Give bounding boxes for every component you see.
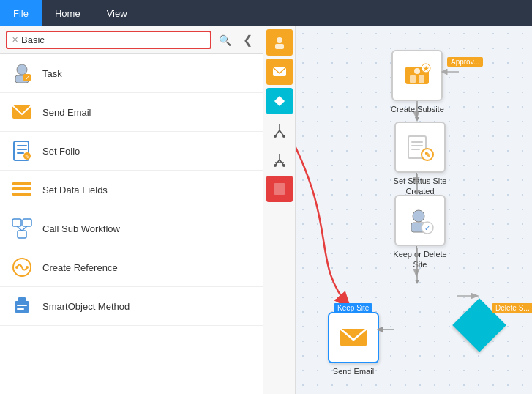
sidebar-item-set-folio[interactable]: ✎ Set Folio xyxy=(0,132,263,171)
svg-rect-22 xyxy=(15,301,29,313)
left-panel: ✕ Basic 🔍 ❮ ✓ Task xyxy=(0,26,263,394)
node-keep-delete[interactable]: ✓ Keep or Delete Site xyxy=(391,195,449,270)
menubar: File Home View xyxy=(0,0,532,26)
svg-rect-51 xyxy=(410,75,416,83)
svg-point-0 xyxy=(17,64,27,75)
svg-rect-14 xyxy=(12,219,21,226)
menu-tab-home[interactable]: Home xyxy=(42,0,94,26)
mini-task-button[interactable] xyxy=(266,29,293,56)
smartobject-method-icon xyxy=(10,294,34,318)
activity-list: ✓ Task Send Email xyxy=(0,54,263,394)
svg-rect-41 xyxy=(274,183,285,195)
node-box-set-status: ✎ xyxy=(394,122,446,173)
svg-point-50 xyxy=(414,68,420,74)
svg-text:✓: ✓ xyxy=(25,75,30,81)
search-bar: ✕ Basic 🔍 ❮ xyxy=(0,26,263,54)
badge-approve: Approv... xyxy=(447,57,483,67)
node-box-send-email xyxy=(328,312,379,363)
node-box-keep-delete: ✓ xyxy=(394,195,446,246)
mini-sub-workflow-button[interactable] xyxy=(266,146,293,173)
breadcrumb-area: ✕ Basic xyxy=(6,31,211,49)
svg-point-34 xyxy=(282,135,285,138)
svg-rect-25 xyxy=(17,308,24,310)
svg-text:✓: ✓ xyxy=(424,224,430,232)
svg-text:✎: ✎ xyxy=(25,154,30,160)
svg-rect-13 xyxy=(12,193,31,196)
set-folio-label: Set Folio xyxy=(42,146,80,157)
send-email-label: Send Email xyxy=(42,107,91,118)
task-label: Task xyxy=(42,68,62,79)
svg-rect-11 xyxy=(12,182,31,185)
create-reference-icon xyxy=(10,256,34,279)
set-folio-icon: ✎ xyxy=(10,139,34,163)
node-create-subsite[interactable]: ★ Create Subsite xyxy=(391,50,444,114)
svg-rect-23 xyxy=(18,297,26,302)
menu-tab-file[interactable]: File xyxy=(0,0,42,26)
svg-rect-59 xyxy=(411,141,423,143)
svg-text:✎: ✎ xyxy=(424,151,430,159)
svg-point-66 xyxy=(413,210,424,222)
node-set-status[interactable]: ✎ Set Status Site Created xyxy=(391,122,449,197)
svg-point-39 xyxy=(274,164,277,167)
svg-rect-7 xyxy=(17,149,27,150)
svg-rect-61 xyxy=(411,149,420,150)
svg-rect-12 xyxy=(12,187,31,190)
task-icon: ✓ xyxy=(10,62,34,85)
set-data-fields-label: Set Data Fields xyxy=(42,185,108,196)
svg-line-17 xyxy=(17,226,22,231)
svg-point-33 xyxy=(274,135,277,138)
smartobject-method-label: SmartObject Method xyxy=(42,301,130,312)
node-send-email[interactable]: Send Email xyxy=(328,312,379,376)
mini-toolbar xyxy=(263,26,296,394)
mini-email-button[interactable] xyxy=(266,59,293,85)
svg-line-18 xyxy=(22,226,27,231)
svg-point-26 xyxy=(277,37,282,43)
svg-rect-60 xyxy=(411,145,423,146)
sidebar-item-send-email[interactable]: Send Email xyxy=(0,93,263,132)
mini-stop-button[interactable] xyxy=(266,176,293,202)
svg-rect-52 xyxy=(419,75,424,83)
svg-rect-16 xyxy=(18,231,26,238)
call-sub-workflow-label: Call Sub Workflow xyxy=(42,223,120,234)
breadcrumb-arrow: ✕ xyxy=(12,35,18,45)
node-box-create-subsite: ★ xyxy=(391,50,443,101)
sidebar-item-set-data-fields[interactable]: Set Data Fields xyxy=(0,171,263,209)
node-label-set-status: Set Status Site Created xyxy=(391,176,449,197)
svg-point-21 xyxy=(26,266,29,269)
main-layout: ✕ Basic 🔍 ❮ ✓ Task xyxy=(0,26,532,394)
sidebar-item-smartobject-method[interactable]: SmartObject Method xyxy=(0,287,263,326)
sidebar-item-call-sub-workflow[interactable]: Call Sub Workflow xyxy=(0,209,263,248)
search-button[interactable]: 🔍 xyxy=(214,33,236,48)
send-email-icon xyxy=(10,100,34,124)
menu-tab-view[interactable]: View xyxy=(94,0,141,26)
svg-marker-71 xyxy=(415,280,419,284)
node-label-keep-delete: Keep or Delete Site xyxy=(391,249,449,270)
node-label-create-subsite: Create Subsite xyxy=(391,104,444,114)
svg-rect-8 xyxy=(17,152,24,154)
call-sub-workflow-icon xyxy=(10,217,34,240)
create-reference-label: Create Reference xyxy=(42,262,118,273)
badge-delete-site: Delete S... xyxy=(492,303,532,313)
sidebar-item-create-reference[interactable]: Create Reference xyxy=(0,248,263,287)
node-label-send-email-canvas: Send Email xyxy=(333,366,374,376)
collapse-button[interactable]: ❮ xyxy=(239,31,257,48)
svg-rect-15 xyxy=(23,219,31,226)
mini-branch-button[interactable] xyxy=(266,117,293,144)
svg-point-20 xyxy=(15,266,18,269)
breadcrumb-label: Basic xyxy=(21,34,45,45)
svg-point-40 xyxy=(282,164,285,167)
mini-diamond-button[interactable] xyxy=(266,88,293,114)
set-data-fields-icon xyxy=(10,178,34,201)
svg-rect-24 xyxy=(17,305,27,306)
sidebar-item-task[interactable]: ✓ Task xyxy=(0,54,263,93)
workflow-canvas[interactable]: ★ Create Subsite Approv... xyxy=(296,26,532,394)
svg-rect-6 xyxy=(17,145,27,146)
svg-rect-29 xyxy=(274,96,284,106)
svg-rect-27 xyxy=(275,44,284,49)
svg-text:★: ★ xyxy=(423,65,430,73)
